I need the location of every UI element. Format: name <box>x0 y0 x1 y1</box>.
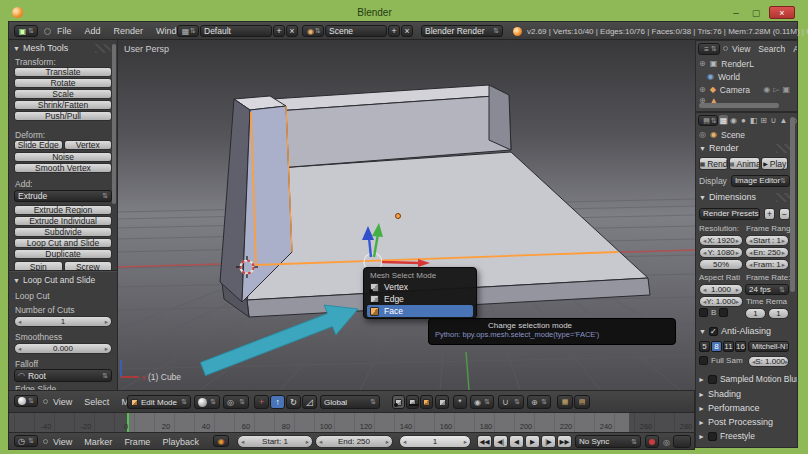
remap-old-field[interactable]: 1 <box>745 308 766 319</box>
occlude-geometry-button[interactable] <box>435 395 449 409</box>
aa-sample-button[interactable]: 11 <box>723 341 734 352</box>
aa-sample-button[interactable]: 8 <box>711 341 722 352</box>
outliner-row-camera[interactable]: ⊕ ◆ Camera ◉ ▻ ▣ <box>699 83 790 96</box>
snap-element-select[interactable]: ∪⇅ <box>498 395 524 409</box>
aa-size-field[interactable]: ◂S: 1.000▸ <box>748 356 789 367</box>
tool-button[interactable]: Screw <box>64 261 113 270</box>
freestyle-panel-header[interactable]: ► Freestyle <box>698 430 789 442</box>
tool-button[interactable]: Vertex <box>64 140 113 150</box>
menu-item[interactable]: Playback <box>162 437 199 447</box>
tool-button[interactable]: Rotate <box>14 78 112 88</box>
pivot-point-select[interactable]: ◎ ⇅ <box>223 395 249 409</box>
tool-shelf-scrollbar[interactable] <box>112 44 116 204</box>
collapse-icon[interactable]: ▼ <box>699 145 706 152</box>
viewport-shading-select[interactable]: ⇅ <box>194 395 220 409</box>
remove-preset-button[interactable]: − <box>779 208 790 220</box>
tool-button[interactable]: Extrude Region <box>14 205 112 215</box>
border-checkbox[interactable] <box>699 308 708 317</box>
edge-select-mode-button[interactable] <box>406 395 419 409</box>
jump-to-start-button[interactable]: ◀◀ <box>477 435 492 448</box>
data-tab-icon[interactable]: ▲ <box>779 115 788 125</box>
motion-blur-checkbox[interactable] <box>708 375 717 384</box>
tool-button[interactable]: Push/Pull <box>14 111 112 121</box>
aa-filter-select[interactable]: Mitchell-N⇅ <box>748 341 789 352</box>
collapse-menus-icon[interactable] <box>43 439 48 444</box>
expand-icon[interactable]: ⊕ <box>699 85 706 94</box>
tool-button[interactable]: Subdivide <box>14 227 112 237</box>
outliner-hscrollbar[interactable] <box>699 103 779 108</box>
screen-layout-field[interactable]: Default <box>200 25 272 37</box>
scale-manipulator-button[interactable]: ◿ <box>302 395 317 409</box>
start-frame-field[interactable]: ◂Start: 1▸ <box>237 435 313 448</box>
aspect-x-field[interactable]: ◂1.000▸ <box>699 284 743 295</box>
render-button[interactable]: ▦Rend <box>699 157 728 170</box>
menu-item[interactable]: Select <box>84 397 109 407</box>
outliner-row-renderlayers[interactable]: ⊕ ▣ RenderL <box>699 57 790 70</box>
expand-icon[interactable]: ► <box>698 405 705 412</box>
scene-tab-icon[interactable]: ◉ <box>729 115 738 125</box>
play-reverse-button[interactable]: ◀ <box>509 435 524 448</box>
pin-icon[interactable]: ◎ <box>699 130 706 139</box>
operator-panel-header[interactable]: ▼Loop Cut and Slide <box>13 275 111 285</box>
minimize-button[interactable]: – <box>726 7 746 18</box>
aspect-y-field[interactable]: ◂Y: 1.000▸ <box>699 296 743 307</box>
timeline-ruler[interactable]: -40-200204060801001201401601802002202402… <box>8 413 695 432</box>
tool-button[interactable]: Duplicate <box>14 249 112 259</box>
visibility-eye-icon[interactable]: ◉ <box>763 85 770 94</box>
remap-new-field[interactable]: 1 <box>768 308 789 319</box>
tool-button[interactable]: Spin <box>14 261 63 270</box>
menu-item[interactable]: Search <box>758 44 785 54</box>
sampled-motion-blur-panel-header[interactable]: ► Sampled Motion Blur <box>698 373 789 385</box>
menu-item[interactable]: Marker <box>84 437 112 447</box>
menu-item[interactable]: Add <box>85 26 101 36</box>
collapse-icon[interactable]: ▼ <box>699 194 706 201</box>
post-processing-panel-header[interactable]: ►Post Processing <box>698 416 789 428</box>
view3d-editor-button[interactable]: ⇅ <box>14 395 38 407</box>
snap-during-transform-button[interactable]: * <box>453 395 467 409</box>
dimensions-panel-header[interactable]: ▼Dimensions <box>699 192 790 202</box>
opengl-render-anim-button[interactable]: ▤ <box>574 395 590 409</box>
increment-icon[interactable]: ▸ <box>105 345 108 353</box>
aa-sample-button[interactable]: 16 <box>735 341 746 352</box>
popup-item-vertex[interactable]: Vertex <box>367 281 473 293</box>
opengl-render-still-button[interactable]: ▦ <box>557 395 573 409</box>
freestyle-checkbox[interactable] <box>708 432 717 441</box>
falloff-dropdown[interactable]: ◠Root⇅ <box>14 369 112 382</box>
keying-set-icon[interactable]: ◎ <box>663 438 670 447</box>
performance-panel-header[interactable]: ►Performance <box>698 402 789 414</box>
expand-icon[interactable]: ► <box>698 376 705 383</box>
object-tab-icon[interactable]: ◧ <box>749 115 758 125</box>
full-sample-checkbox[interactable] <box>699 356 708 365</box>
add-preset-button[interactable]: + <box>764 208 775 220</box>
collapse-icon[interactable]: ▼ <box>699 328 706 335</box>
anti-aliasing-checkbox[interactable]: ✓ <box>709 327 718 336</box>
increment-icon[interactable]: ▸ <box>105 318 108 326</box>
end-frame-field[interactable]: ◂End: 250▸ <box>315 435 393 448</box>
menu-item[interactable]: Frame <box>124 437 150 447</box>
menu-item[interactable]: View <box>732 44 750 54</box>
jump-prev-keyframe-button[interactable]: ◀| <box>493 435 508 448</box>
properties-editor-button[interactable]: ▤⇅ <box>698 115 718 126</box>
tool-button[interactable]: Translate <box>14 67 112 77</box>
collapse-menus-icon[interactable] <box>44 28 51 35</box>
tool-button[interactable]: Scale <box>14 89 112 99</box>
tool-button[interactable]: Slide Edge <box>14 140 63 150</box>
tool-button[interactable]: Noise <box>14 152 112 162</box>
vertex-select-mode-button[interactable] <box>392 395 405 409</box>
animation-button[interactable]: ▤Anima <box>729 157 760 170</box>
menu-item[interactable]: View <box>53 437 72 447</box>
rotate-manipulator-button[interactable]: ↻ <box>286 395 301 409</box>
expand-icon[interactable]: ► <box>698 433 705 440</box>
tool-button[interactable]: Extrude Individual <box>14 216 112 226</box>
outliner-editor-button[interactable]: ≡⇅ <box>698 43 720 55</box>
expand-icon[interactable]: ► <box>698 391 705 398</box>
editor-type-button[interactable]: ▣⇅ <box>14 25 38 37</box>
maximize-button[interactable]: ▢ <box>746 8 766 18</box>
render-tab-icon[interactable]: ▦ <box>719 115 728 125</box>
outliner-row-world[interactable]: ◉ World <box>699 70 790 83</box>
keying-set-field[interactable] <box>673 435 691 448</box>
constraints-tab-icon[interactable]: ⊞ <box>759 115 768 125</box>
proportional-edit-select[interactable]: ◉⇅ <box>470 395 494 409</box>
menu-item[interactable]: File <box>57 26 72 36</box>
number-of-cuts-slider[interactable]: ◂1▸ <box>14 316 112 327</box>
